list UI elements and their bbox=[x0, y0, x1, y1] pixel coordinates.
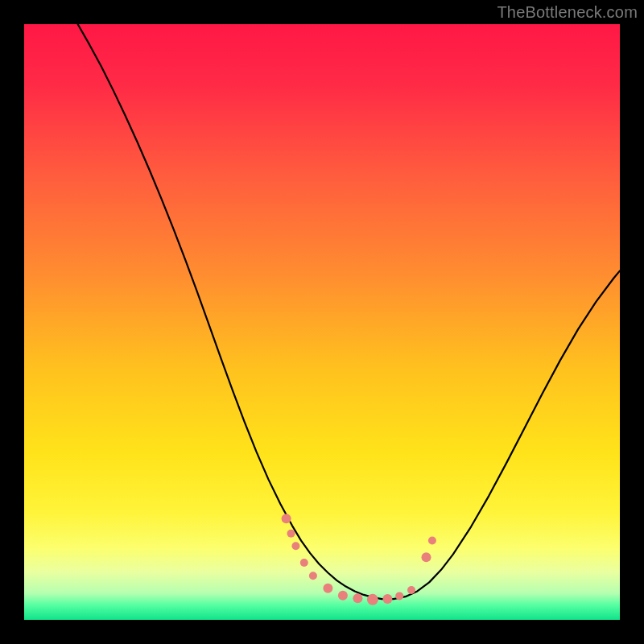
chart-stage: TheBottleneck.com bbox=[0, 0, 644, 644]
bottleneck-curve-canvas bbox=[24, 24, 620, 620]
watermark-text: TheBottleneck.com bbox=[497, 3, 638, 22]
plot-area bbox=[24, 24, 620, 620]
